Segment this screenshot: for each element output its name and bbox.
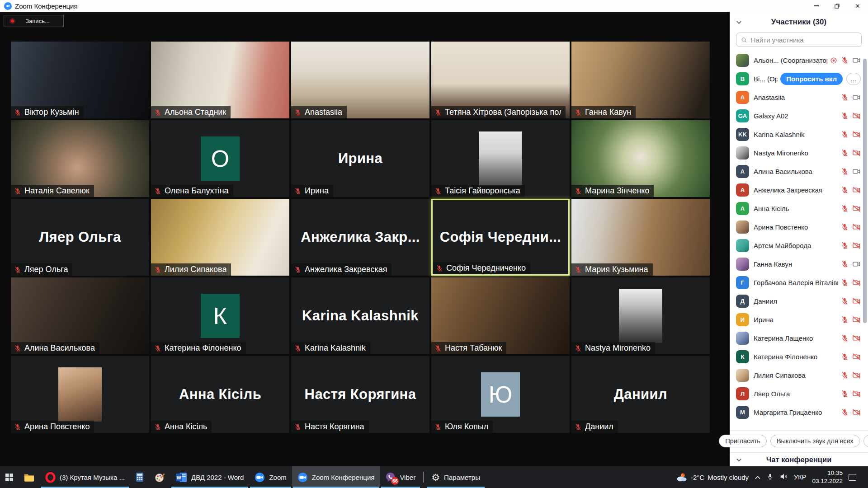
participant-search[interactable]: [736, 33, 862, 47]
participant-status-icons: [841, 334, 864, 343]
taskbar-app-label: (3) Крутая Музыка ...: [60, 474, 125, 481]
taskbar-clock[interactable]: 10:35 03.12.2022: [812, 469, 843, 485]
invite-button[interactable]: Пригласить: [719, 435, 767, 447]
taskbar-app-opera[interactable]: (3) Крутая Музыка ...: [40, 466, 130, 488]
weather-widget[interactable]: -2°C Mostly cloudy: [676, 472, 749, 483]
close-button[interactable]: ✕: [847, 0, 868, 12]
taskbar-app-word[interactable]: W ДВД 2022 - Word: [170, 466, 249, 488]
taskbar-app-calculator[interactable]: [130, 466, 149, 488]
participant-name-label: Настя Корягина: [305, 422, 364, 432]
minimize-button[interactable]: [806, 0, 826, 12]
video-tile[interactable]: Лилия Сипакова: [151, 199, 289, 276]
window-controls: ✕: [806, 0, 868, 12]
video-tile[interactable]: Арина Повстенко: [11, 356, 149, 433]
tile-name-label: Альона Стадник: [151, 106, 231, 118]
participant-name-label: Мария Кузьмина: [585, 265, 648, 274]
action-center-icon[interactable]: [849, 474, 856, 481]
video-tile[interactable]: Даниил Даниил: [571, 356, 710, 433]
search-input[interactable]: [751, 36, 857, 44]
mic-muted-icon: [294, 345, 302, 352]
participant-row[interactable]: A Анна Кісіль: [736, 199, 864, 218]
video-tile[interactable]: Karina Kalashnik Karina Kalashnik: [291, 277, 429, 354]
camera-on-icon: [852, 167, 861, 176]
mic-muted-icon: [841, 242, 849, 249]
participant-row[interactable]: И Ирина: [736, 310, 864, 329]
taskbar-app-zoomconf[interactable]: Zoom Конференция: [292, 466, 380, 488]
participant-row[interactable]: В Ві... (Организа Попросить вкл...: [736, 70, 864, 88]
video-tile[interactable]: Алина Василькова: [11, 277, 149, 354]
recording-indicator[interactable]: Запись...: [4, 15, 64, 27]
participant-row[interactable]: К Катерина Філоненко: [736, 347, 864, 366]
video-tile[interactable]: Настя Корягина Настя Корягина: [291, 356, 429, 433]
participant-row[interactable]: Лилия Сипакова: [736, 366, 864, 385]
mute-all-button[interactable]: Выключить звук для всех: [770, 435, 860, 447]
video-tile[interactable]: Віктор Кузьмін: [11, 42, 149, 118]
participant-row[interactable]: Катерина Лащенко: [736, 329, 864, 347]
video-tile[interactable]: Nastya Mironenko: [571, 277, 710, 354]
video-tile[interactable]: Ирина Ирина: [291, 120, 429, 197]
camera-off-icon: [852, 278, 861, 287]
participant-row[interactable]: Г Горбачова Валерія Віталівна: [736, 273, 864, 292]
mic-muted-icon: [841, 408, 849, 416]
participant-status-icons: [841, 223, 864, 231]
scrollbar-thumb[interactable]: [863, 59, 867, 323]
taskbar-app-paint[interactable]: [149, 466, 170, 488]
tile-photo-avatar: [619, 289, 662, 343]
participant-status-icons: [841, 93, 864, 102]
video-tile[interactable]: Ганна Кавун: [571, 42, 710, 118]
participant-name-label: Анжелика Закревская: [305, 265, 387, 274]
taskbar-app-settings[interactable]: ⚙ Параметры: [426, 466, 486, 488]
participant-name-label: Анна Кісіль: [165, 422, 207, 432]
video-tile[interactable]: К Катерина Філоненко: [151, 277, 289, 354]
ask-enable-video-button[interactable]: Попросить вкл: [780, 73, 843, 85]
video-tile[interactable]: Anastasiia: [291, 42, 429, 118]
participant-row[interactable]: Nastya Mironenko: [736, 144, 864, 162]
participant-row[interactable]: GA Galaxy A02: [736, 107, 864, 125]
participant-row[interactable]: A Anastasiia: [736, 88, 864, 107]
clock-time: 10:35: [812, 469, 843, 477]
language-indicator[interactable]: УКР: [794, 474, 806, 481]
chat-title: Чат конференции: [766, 455, 832, 464]
participant-row[interactable]: A Анжелика Закревская: [736, 181, 864, 199]
restore-button[interactable]: [826, 0, 847, 12]
participant-row[interactable]: Л Ляер Ольга: [736, 385, 864, 403]
taskbar-app-explorer[interactable]: [19, 466, 40, 488]
video-tile[interactable]: Тетяна Хітрова (Запорізька політехніка): [431, 42, 570, 118]
participant-row[interactable]: A Алина Василькова: [736, 162, 864, 181]
taskbar-app-start[interactable]: [0, 466, 19, 488]
video-tile[interactable]: Настя Табанюк: [431, 277, 570, 354]
participant-name-label: Юля Копыл: [445, 422, 488, 432]
participant-more-button[interactable]: ...: [846, 73, 861, 85]
video-tile[interactable]: Ляер Ольга Ляер Ольга: [11, 199, 149, 276]
video-tile[interactable]: Анна Кісіль Анна Кісіль: [151, 356, 289, 433]
participant-row[interactable]: KK Karina Kalashnik: [736, 125, 864, 144]
video-tile[interactable]: Ю Юля Копыл: [431, 356, 570, 433]
taskbar-app-viber[interactable]: 66 Viber: [380, 466, 421, 488]
chevron-down-icon[interactable]: [736, 18, 742, 27]
video-tile[interactable]: Альона Стадник: [151, 42, 289, 118]
participants-panel: Участники (30) Альон... (Соорганизатор, …: [730, 12, 868, 466]
weather-icon: [676, 472, 688, 483]
participant-row[interactable]: Арина Повстенко: [736, 218, 864, 236]
panel-more-button[interactable]: ...: [863, 435, 868, 447]
participant-row[interactable]: Д Даниил: [736, 292, 864, 310]
participant-row[interactable]: Артем Майборода: [736, 236, 864, 255]
video-tile[interactable]: Софія Чередни... Софія Чередниченко: [431, 199, 570, 276]
taskbar-app-label: Zoom Конференция: [312, 474, 375, 481]
tray-mic-icon[interactable]: [767, 473, 774, 482]
video-tile[interactable]: Марина Зінченко: [571, 120, 710, 197]
participant-row[interactable]: Альон... (Соорганизатор, я): [736, 51, 864, 70]
mic-muted-icon: [434, 423, 442, 431]
video-tile[interactable]: Анжелика Закр... Анжелика Закревская: [291, 199, 429, 276]
participant-avatar: A: [736, 183, 749, 197]
participant-row[interactable]: М Маргарита Грицаенко: [736, 403, 864, 422]
chevron-down-icon[interactable]: [736, 455, 742, 464]
video-tile[interactable]: Таісія Гайворонська: [431, 120, 570, 197]
tray-speaker-icon[interactable]: [779, 472, 788, 482]
participant-row[interactable]: Ганна Кавун: [736, 255, 864, 273]
taskbar-app-zoom[interactable]: Zoom: [249, 466, 292, 488]
video-tile[interactable]: Мария Кузьмина: [571, 199, 710, 276]
video-tile[interactable]: О Олена Балухтіна: [151, 120, 289, 197]
tray-chevron-icon[interactable]: [755, 474, 761, 481]
video-tile[interactable]: Наталія Савелюк: [11, 120, 149, 197]
